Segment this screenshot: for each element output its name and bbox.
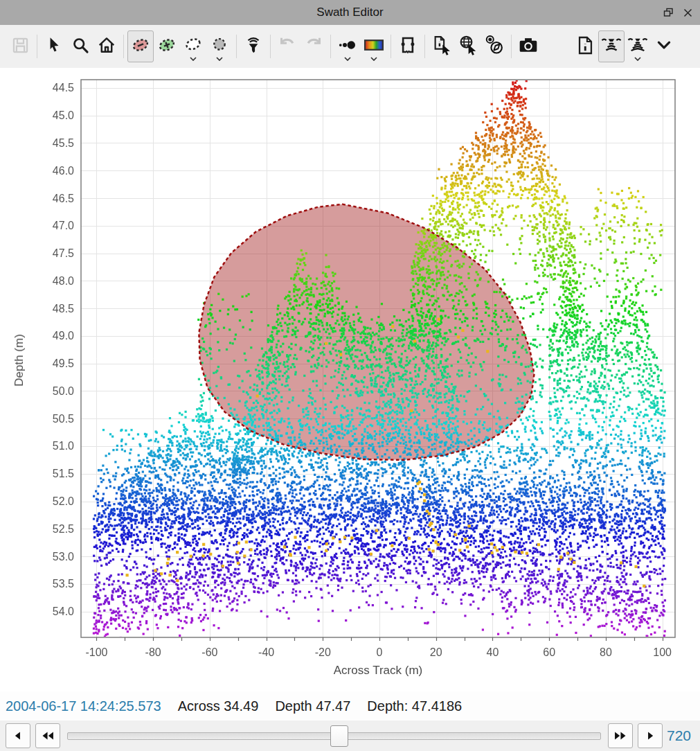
lasso-generic-icon xyxy=(183,35,204,58)
info-page-button[interactable] xyxy=(572,30,598,62)
lasso-reject-icon xyxy=(130,35,151,58)
brush-circle-button[interactable] xyxy=(206,30,233,62)
home-icon xyxy=(97,35,116,58)
undo-icon xyxy=(277,35,298,58)
lasso-reject-button[interactable] xyxy=(127,30,154,62)
window-title: Swath Editor xyxy=(316,6,383,19)
color-map-button[interactable] xyxy=(361,30,387,62)
toolbar-separator xyxy=(236,35,237,58)
select-cursor-button[interactable] xyxy=(41,30,67,62)
brush-circle-icon xyxy=(210,35,229,58)
pick-info-button[interactable] xyxy=(429,30,455,62)
slice-box-icon xyxy=(397,35,418,58)
ping-nav-bar: 720 xyxy=(0,721,700,751)
status-depth-a: Depth 47.47 xyxy=(275,698,350,714)
chevron-down-icon xyxy=(634,57,641,61)
page-info-cursor-icon xyxy=(431,35,452,58)
lasso-generic-button[interactable] xyxy=(180,30,206,62)
snapshot-button[interactable] xyxy=(515,30,541,62)
cursor-arrow-icon xyxy=(45,36,63,57)
titlebar[interactable]: Swath Editor xyxy=(0,0,700,25)
chevron-down-icon xyxy=(655,36,673,57)
magnifier-icon xyxy=(71,36,90,58)
swath-view-button[interactable] xyxy=(598,30,625,62)
slice-box-button[interactable] xyxy=(395,30,421,62)
status-depth-b: Depth: 47.4186 xyxy=(367,698,462,714)
info-page-icon xyxy=(575,35,595,58)
redo-icon xyxy=(303,35,324,58)
redo-button[interactable] xyxy=(300,30,327,62)
zoom-button[interactable] xyxy=(67,30,93,62)
float-window-icon[interactable] xyxy=(663,7,674,18)
ping-slider-thumb[interactable] xyxy=(330,725,348,747)
plot-panel: Across Track (m) Depth (m) xyxy=(0,68,700,691)
close-icon[interactable] xyxy=(682,7,693,18)
toolbar-separator xyxy=(270,35,271,58)
point-size-icon xyxy=(337,35,358,58)
toolbar xyxy=(0,25,700,68)
lasso-accept-icon xyxy=(156,35,177,58)
toolbar-separator xyxy=(123,35,124,58)
chevron-down-icon xyxy=(190,57,197,61)
pick-compass-button[interactable] xyxy=(481,30,508,62)
home-button[interactable] xyxy=(93,30,120,62)
filter-funnel-icon xyxy=(244,35,263,58)
toolbar-separator xyxy=(424,35,425,58)
point-size-button[interactable] xyxy=(334,30,361,62)
y-axis-label: Depth (m) xyxy=(12,334,26,387)
camera-icon xyxy=(517,35,539,58)
x-axis-label: Across Track (m) xyxy=(81,664,675,678)
chevron-down-icon xyxy=(216,57,223,61)
toolbar-separator xyxy=(391,35,391,58)
frame-number: 720 xyxy=(667,727,694,744)
save-icon xyxy=(11,36,30,58)
chevron-down-icon xyxy=(344,57,351,61)
pick-geo-button[interactable] xyxy=(455,30,481,62)
status-across: Across 34.49 xyxy=(178,698,259,714)
fast-back-button[interactable] xyxy=(35,723,60,748)
swath-sonar-icon xyxy=(600,35,622,58)
colormap-icon xyxy=(363,35,385,58)
swath-plot-canvas[interactable] xyxy=(0,68,700,691)
step-back-button[interactable] xyxy=(6,723,30,748)
status-bar: 2004-06-17 14:24:25.573 Across 34.49 Dep… xyxy=(0,691,700,721)
target-compass-icon xyxy=(484,35,505,58)
more-menu-button[interactable] xyxy=(651,30,677,62)
toolbar-separator xyxy=(37,35,37,58)
toolbar-separator xyxy=(330,35,331,58)
chevron-down-icon xyxy=(370,57,377,61)
lasso-accept-button[interactable] xyxy=(154,30,180,62)
status-timestamp: 2004-06-17 14:24:25.573 xyxy=(6,698,161,714)
swath-multi-sonar-icon xyxy=(627,35,649,58)
fast-forward-button[interactable] xyxy=(608,723,633,748)
undo-button[interactable] xyxy=(274,30,300,62)
swath-multi-view-button[interactable] xyxy=(625,30,651,62)
save-button[interactable] xyxy=(7,30,33,62)
globe-cursor-icon xyxy=(458,35,478,58)
toolbar-separator xyxy=(511,35,512,58)
ping-slider-track[interactable] xyxy=(67,732,601,740)
step-forward-button[interactable] xyxy=(638,723,663,748)
swath-filter-button[interactable] xyxy=(240,30,267,62)
